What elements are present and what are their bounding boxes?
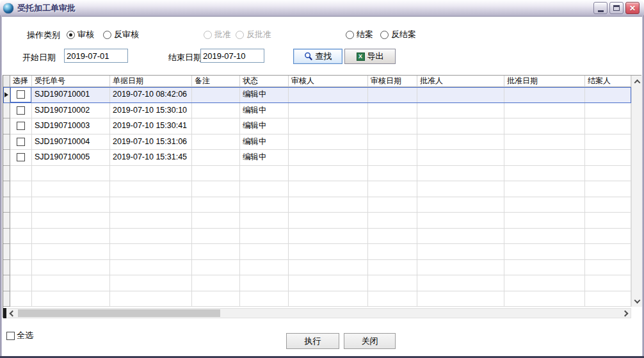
cell-audit-date bbox=[368, 118, 417, 134]
scroll-left-button[interactable] bbox=[7, 309, 17, 318]
radio-icon bbox=[67, 31, 75, 39]
col-header-doc-date[interactable]: 单据日期 bbox=[110, 76, 192, 87]
end-date-input[interactable] bbox=[200, 49, 264, 63]
cell-status bbox=[240, 229, 289, 245]
col-header-auditor[interactable]: 审核人 bbox=[289, 76, 368, 87]
close-button[interactable] bbox=[625, 2, 640, 14]
cell-order-no: SJD190710003 bbox=[32, 118, 110, 134]
row-indicator bbox=[3, 229, 10, 245]
cell-closer bbox=[585, 197, 631, 213]
cell-approver bbox=[417, 181, 504, 197]
horizontal-scrollbar[interactable] bbox=[3, 308, 631, 318]
cell-approver bbox=[417, 87, 504, 103]
start-date-label: 开始日期 bbox=[22, 52, 56, 63]
cell-auditor bbox=[289, 87, 368, 103]
row-checkbox[interactable] bbox=[17, 90, 25, 99]
cell-doc-date bbox=[110, 229, 192, 245]
radio-close-case[interactable]: 结案 bbox=[346, 29, 373, 40]
checkbox-icon bbox=[6, 332, 15, 340]
col-header-audit-date[interactable]: 审核日期 bbox=[368, 76, 417, 87]
cell-approve-date bbox=[504, 87, 585, 103]
col-header-remark[interactable]: 备注 bbox=[192, 76, 240, 87]
table-row[interactable]: SJD1907100042019-07-10 15:31:06编辑中 bbox=[3, 134, 631, 151]
row-checkbox[interactable] bbox=[17, 138, 25, 146]
vertical-scrollbar[interactable] bbox=[631, 76, 642, 307]
cell-audit-date bbox=[368, 150, 417, 166]
select-all-checkbox[interactable]: 全选 bbox=[6, 330, 33, 341]
scroll-right-button[interactable] bbox=[620, 309, 630, 318]
row-checkbox[interactable] bbox=[17, 153, 25, 161]
scroll-up-button[interactable] bbox=[632, 76, 643, 86]
operation-type-label: 操作类别 bbox=[27, 29, 60, 41]
chevron-left-icon bbox=[9, 310, 15, 316]
row-indicator bbox=[3, 181, 10, 197]
table-row[interactable]: SJD1907100022019-07-10 15:30:10编辑中 bbox=[3, 103, 631, 119]
end-date-label: 结束日期 bbox=[168, 52, 202, 63]
cell-remark bbox=[192, 244, 240, 260]
cell-status bbox=[240, 197, 289, 213]
scroll-down-button[interactable] bbox=[632, 296, 643, 306]
chevron-down-icon bbox=[634, 297, 641, 304]
radio-unclose-case[interactable]: 反结案 bbox=[380, 29, 416, 40]
titlebar[interactable]: 受托加工单审批 bbox=[0, 0, 644, 17]
cell-auditor bbox=[289, 291, 368, 307]
cell-audit-date bbox=[368, 229, 417, 245]
maximize-button[interactable] bbox=[609, 2, 624, 14]
table-row[interactable]: SJD1907100012019-07-10 08:42:06编辑中 bbox=[3, 87, 631, 103]
search-button[interactable]: 查找 bbox=[293, 49, 342, 64]
cell-remark bbox=[192, 197, 240, 213]
cell-approver bbox=[417, 229, 504, 245]
cell-status bbox=[240, 213, 289, 229]
radio-audit[interactable]: 审核 bbox=[67, 29, 94, 40]
app-window: 受托加工单审批 操作类别 审核 反审核 批准 反批准 结案 反结案 开始日期 结… bbox=[0, 0, 644, 358]
col-header-order-no[interactable]: 受托单号 bbox=[32, 76, 110, 87]
table-row[interactable]: SJD1907100052019-07-10 15:31:45编辑中 bbox=[3, 150, 631, 166]
col-header-closer[interactable]: 结案人 bbox=[585, 76, 631, 87]
cell-select[interactable] bbox=[10, 150, 32, 166]
col-header-approve-date[interactable]: 批准日期 bbox=[504, 76, 585, 87]
cell-remark bbox=[192, 134, 240, 151]
empty-table-row bbox=[3, 244, 631, 260]
radio-unapprove: 反批准 bbox=[236, 29, 271, 40]
cell-order-no bbox=[32, 166, 110, 182]
cell-select[interactable] bbox=[10, 134, 32, 151]
radio-icon bbox=[380, 31, 389, 39]
minimize-icon bbox=[598, 10, 604, 12]
row-indicator bbox=[3, 166, 10, 182]
table-row[interactable]: SJD1907100032019-07-10 15:30:41编辑中 bbox=[3, 118, 631, 134]
cell-select[interactable] bbox=[10, 87, 32, 103]
radio-icon bbox=[346, 31, 354, 39]
cell-auditor bbox=[289, 181, 368, 197]
cell-select bbox=[10, 260, 32, 276]
horizontal-scroll-thumb[interactable] bbox=[18, 309, 220, 317]
execute-button[interactable]: 执行 bbox=[286, 333, 339, 349]
cell-audit-date bbox=[368, 275, 417, 291]
cell-order-no bbox=[32, 213, 110, 229]
col-header-status[interactable]: 状态 bbox=[240, 76, 289, 87]
cell-audit-date bbox=[368, 103, 417, 119]
row-checkbox[interactable] bbox=[17, 106, 25, 115]
row-checkbox[interactable] bbox=[17, 122, 25, 130]
cell-select[interactable] bbox=[10, 118, 32, 134]
cell-order-no: SJD190710001 bbox=[32, 87, 110, 103]
minimize-button[interactable] bbox=[593, 2, 608, 14]
cell-remark bbox=[192, 103, 240, 119]
window-frame-left bbox=[0, 15, 2, 358]
cell-select[interactable] bbox=[10, 103, 32, 119]
cell-approve-date bbox=[504, 229, 585, 245]
export-button[interactable]: 导出 bbox=[344, 49, 396, 64]
row-indicator bbox=[3, 244, 10, 260]
close-dialog-button[interactable]: 关闭 bbox=[344, 333, 396, 349]
cell-select bbox=[10, 275, 32, 291]
cell-approve-date bbox=[504, 103, 585, 119]
radio-unaudit[interactable]: 反审核 bbox=[103, 29, 139, 40]
cell-order-no bbox=[32, 260, 110, 276]
cell-doc-date: 2019-07-10 15:31:45 bbox=[110, 150, 192, 166]
chevron-up-icon bbox=[634, 79, 641, 85]
cell-doc-date bbox=[110, 197, 192, 213]
start-date-input[interactable] bbox=[64, 49, 128, 63]
col-header-approver[interactable]: 批准人 bbox=[417, 76, 504, 87]
col-header-select[interactable]: 选择 bbox=[10, 76, 32, 87]
app-globe-icon bbox=[3, 3, 13, 13]
cell-select bbox=[10, 291, 32, 307]
